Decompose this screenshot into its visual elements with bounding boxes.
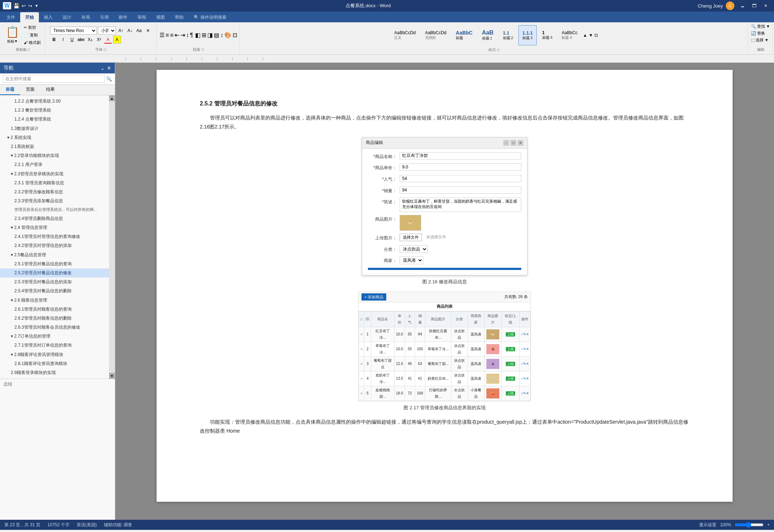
scroll-down-btn[interactable]: ▼: [109, 373, 115, 379]
paste-button[interactable]: 📋: [4, 26, 21, 38]
numbering-button[interactable]: ≡: [166, 32, 169, 39]
dialog-field-price[interactable]: [400, 163, 521, 171]
nav-item[interactable]: ▾ 2.5餐品信息管理: [0, 251, 109, 260]
nav-item[interactable]: 2.5.3管理员对餐品信息的添加: [0, 278, 109, 287]
nav-item[interactable]: ▾ 2.4 管理信息管理: [0, 223, 109, 232]
style-normal[interactable]: AaBbCcDd正文: [390, 25, 419, 45]
zoom-slider[interactable]: [735, 522, 764, 528]
cell-check[interactable]: ○: [359, 356, 364, 371]
search-input[interactable]: [3, 75, 105, 83]
tab-insert[interactable]: 插入: [39, 12, 58, 22]
cut-button[interactable]: ✂ 剪切: [22, 24, 42, 31]
styles-scroll-up[interactable]: ▲: [583, 33, 587, 38]
tab-review[interactable]: 审阅: [132, 12, 151, 22]
nav-item[interactable]: ▾ 2.3管理员登录模块的实现: [0, 170, 109, 179]
nav-item[interactable]: 2.1系统框架: [0, 142, 109, 151]
dialog-field-sales[interactable]: [400, 186, 521, 194]
nav-item[interactable]: 2.3.1 管理员查询顾客信息: [0, 179, 109, 188]
nav-item-active[interactable]: 2.5.2管理员对餐品信息的修改: [0, 269, 109, 278]
tab-mailings[interactable]: 邮件: [114, 12, 132, 22]
nav-item[interactable]: ▾ 2 系统实现: [0, 133, 109, 142]
redo-icon[interactable]: ↪: [28, 3, 32, 9]
nav-close-icon[interactable]: ✕: [107, 65, 111, 71]
nav-tab-pages[interactable]: 页面: [20, 85, 40, 95]
tab-help[interactable]: 帮助: [170, 12, 189, 22]
save-icon[interactable]: 💾: [13, 3, 19, 9]
tab-file[interactable]: 文件: [1, 12, 20, 22]
nav-item[interactable]: 2.5.4管理员对餐品信息的删除: [0, 287, 109, 296]
cell-ops[interactable]: ○✎✕: [519, 386, 530, 401]
align-center-button[interactable]: ⊞: [202, 32, 206, 39]
zoom-in-button[interactable]: +: [767, 522, 770, 527]
nav-item[interactable]: 2.6.2管理员对顾客信息的删除: [0, 314, 109, 323]
cell-ops[interactable]: ○✎✕: [519, 342, 530, 356]
scroll-up-btn[interactable]: ▲: [109, 95, 115, 101]
nav-item[interactable]: 2.3.4管理员删除商品信息: [0, 214, 109, 223]
show-marks-button[interactable]: ¶: [190, 32, 193, 39]
tab-home[interactable]: 开始: [20, 12, 39, 22]
font-color-button[interactable]: A: [104, 36, 112, 44]
nav-tab-results[interactable]: 结果: [40, 85, 60, 95]
nav-item[interactable]: 2.4.2管理员对管理信息的添加: [0, 241, 109, 250]
nav-item[interactable]: 2.3.2管理员修改顾客信息: [0, 188, 109, 197]
sort-button[interactable]: ↕: [186, 32, 189, 39]
nav-item[interactable]: 1.2.2 点餐管理系统 2.00: [0, 97, 109, 106]
underline-button[interactable]: U: [68, 36, 76, 44]
clear-format-button[interactable]: ✕: [144, 27, 152, 35]
format-painter-button[interactable]: 🖌 格式刷: [22, 39, 42, 46]
dialog-field-popularity[interactable]: [400, 175, 521, 182]
cell-check[interactable]: ○: [359, 386, 364, 401]
cell-ops[interactable]: ○✎✕: [519, 371, 530, 386]
tab-view[interactable]: 视图: [151, 12, 170, 22]
style-heading[interactable]: AaBbC标题: [452, 25, 477, 45]
customize-icon[interactable]: ▼: [35, 4, 39, 8]
tab-references[interactable]: 引用: [95, 12, 114, 22]
nav-item[interactable]: 1.3数据库设计: [0, 124, 109, 133]
nav-item[interactable]: 1.2.4 点餐管理系统: [0, 115, 109, 124]
find-button[interactable]: 🔍查找 ▼: [751, 24, 770, 29]
assist-function[interactable]: 辅助功能: 调查: [104, 522, 132, 528]
nav-item[interactable]: 2.7.1管理员对订单信息的查询: [0, 341, 109, 350]
select-button[interactable]: ⬚选择 ▼: [751, 37, 769, 43]
shrink-font-button[interactable]: A↓: [126, 27, 134, 35]
line-spacing-button[interactable]: ↕: [220, 32, 223, 39]
decrease-indent-button[interactable]: ⇤: [175, 32, 179, 39]
tab-search[interactable]: 🔍操作说明搜索: [189, 12, 231, 22]
style-no-spacing[interactable]: AaBbCcDd无间距: [421, 25, 450, 45]
nav-tab-headings[interactable]: 标题: [0, 85, 20, 95]
tab-layout[interactable]: 布局: [76, 12, 95, 22]
superscript-button[interactable]: X²: [95, 36, 103, 44]
cell-check[interactable]: ○: [359, 342, 364, 356]
search-icon[interactable]: 🔍: [106, 76, 112, 82]
tab-design[interactable]: 设计: [58, 12, 76, 22]
multilevel-button[interactable]: ≡: [170, 32, 173, 39]
grow-font-button[interactable]: A↑: [117, 27, 125, 35]
bold-button[interactable]: B: [50, 36, 58, 44]
nav-item[interactable]: 2.6.3管理员对顾客会员信息的修改: [0, 323, 109, 332]
font-name-select[interactable]: Times New Ron: [50, 27, 97, 35]
nav-item[interactable]: 2.3.3管理员添加餐品信息: [0, 197, 109, 206]
dialog-max-btn[interactable]: □: [510, 140, 516, 146]
style-heading1[interactable]: AaB标题 1: [478, 25, 498, 45]
nav-item[interactable]: 2.2.1 用户登录: [0, 160, 109, 169]
dialog-min-btn[interactable]: -: [503, 140, 509, 146]
nav-item[interactable]: ▾ 2.2登录功能模块的实现: [0, 151, 109, 160]
add-product-button[interactable]: + 添加商品: [361, 293, 386, 301]
nav-scrollbar[interactable]: ▲ ▼: [109, 95, 115, 379]
increase-indent-button[interactable]: ⇥: [180, 32, 185, 39]
dialog-close-btn[interactable]: ✕: [518, 140, 523, 146]
nav-item[interactable]: 1.2.3 餐饮管理系统: [0, 106, 109, 115]
case-button[interactable]: Aa: [135, 27, 143, 35]
nav-item[interactable]: 2.5.1管理员对餐品信息的查询: [0, 260, 109, 269]
shading-button[interactable]: 🎨: [224, 32, 231, 39]
nav-item[interactable]: 2.8.1顾客评论资讯查询模块: [0, 359, 109, 368]
cell-ops[interactable]: ○✎✕: [519, 327, 530, 342]
nav-item[interactable]: ▾ 2.7订单信息的管理: [0, 332, 109, 341]
upload-file-button[interactable]: 选择文件: [400, 234, 422, 241]
nav-item[interactable]: ▾ 2.8顾客评论资讯管理模块: [0, 350, 109, 359]
display-settings-button[interactable]: 显示设置: [699, 522, 716, 528]
style-heading2[interactable]: 1.1标题 2: [499, 25, 517, 45]
cell-check[interactable]: ○: [359, 371, 364, 386]
cell-check[interactable]: ○: [359, 327, 364, 342]
cell-ops[interactable]: ○✎✕: [519, 356, 530, 371]
